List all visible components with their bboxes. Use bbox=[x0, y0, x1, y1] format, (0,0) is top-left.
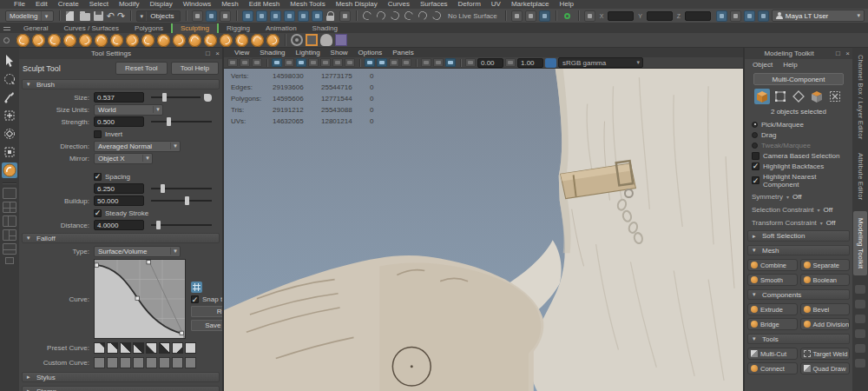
close-panel-icon[interactable]: × bbox=[843, 50, 852, 57]
falloff-section-header[interactable]: ▾ Falloff bbox=[22, 233, 220, 243]
textured-mode-icon[interactable] bbox=[389, 58, 399, 67]
panel-toggle-icon[interactable] bbox=[525, 10, 536, 22]
shelf-tab-general[interactable]: General bbox=[16, 23, 56, 33]
input-line-operations-icon[interactable] bbox=[404, 10, 415, 22]
grab-brush-icon[interactable] bbox=[63, 34, 76, 47]
preset-curve-linear-icon[interactable] bbox=[120, 342, 131, 354]
shelf-options-icon[interactable] bbox=[3, 37, 10, 43]
amplify-brush-icon[interactable] bbox=[266, 34, 279, 47]
shaded-mode-icon[interactable] bbox=[377, 58, 387, 67]
hotbox-icon[interactable] bbox=[744, 10, 755, 22]
mirror-dropdown[interactable]: Object X ▾ bbox=[94, 153, 153, 164]
multi-component-mode-icon[interactable] bbox=[827, 89, 843, 104]
camera-attributes-icon[interactable] bbox=[252, 58, 262, 67]
scrape-brush-icon[interactable] bbox=[188, 34, 201, 47]
three-pane-layout-icon[interactable] bbox=[3, 229, 16, 241]
multi-cut-button[interactable]: Multi-Cut bbox=[747, 348, 798, 360]
size-slider[interactable] bbox=[151, 92, 201, 103]
settings-icon[interactable] bbox=[758, 10, 769, 22]
xray-icon[interactable] bbox=[433, 58, 444, 67]
highlight-nearest-component-checkbox[interactable]: ✓ bbox=[752, 176, 760, 184]
menu-create[interactable]: Create bbox=[53, 0, 84, 9]
fill-brush-icon[interactable] bbox=[204, 34, 217, 47]
grid-options-icon[interactable] bbox=[584, 10, 595, 22]
user-account-menu[interactable]: Maya LT User ▾ bbox=[772, 10, 865, 22]
resolution-gate-icon[interactable] bbox=[296, 58, 306, 67]
tool-shortcut-icon[interactable] bbox=[855, 344, 865, 353]
tool-help-button[interactable]: Tool Help bbox=[171, 62, 219, 75]
safe-action-icon[interactable] bbox=[332, 58, 343, 67]
menu-deform[interactable]: Deform bbox=[453, 0, 486, 9]
target-weld-button[interactable]: Target Weld bbox=[800, 348, 851, 360]
texture-stamp-icon[interactable] bbox=[335, 34, 347, 46]
preset-curve-crater-icon[interactable] bbox=[146, 342, 157, 354]
live-surface-label[interactable]: No Live Surface bbox=[445, 12, 500, 20]
split-pane-layout-icon[interactable] bbox=[3, 243, 16, 255]
custom-layout-icon[interactable] bbox=[5, 257, 14, 264]
lock-camera-icon[interactable] bbox=[240, 58, 250, 67]
custom-curve-slot-icon[interactable] bbox=[146, 357, 157, 368]
wax-brush-icon[interactable] bbox=[173, 34, 186, 47]
close-panel-icon[interactable]: × bbox=[213, 50, 222, 57]
multi-component-button[interactable]: Multi-Component bbox=[753, 73, 844, 85]
snap-to-curves-icon[interactable] bbox=[256, 10, 267, 22]
menu-curves[interactable]: Curves bbox=[383, 0, 415, 9]
mesh-section-header[interactable]: ▾ Mesh bbox=[747, 245, 850, 255]
object-mode-icon[interactable] bbox=[754, 89, 770, 104]
output-operations-icon[interactable] bbox=[376, 10, 387, 22]
tool-shortcut-icon[interactable] bbox=[855, 315, 865, 323]
wireframe-icon[interactable] bbox=[365, 58, 375, 67]
menu-mesh-display[interactable]: Mesh Display bbox=[331, 0, 383, 9]
shelf-tab-sculpting[interactable]: Sculpting bbox=[171, 23, 219, 33]
edge-mode-icon[interactable] bbox=[791, 89, 806, 104]
shelf-tab-curves-surfaces[interactable]: Curves / Surfaces bbox=[56, 23, 127, 33]
imprint-brush-icon[interactable] bbox=[157, 34, 170, 47]
viewport-menu-view[interactable]: View bbox=[229, 49, 254, 56]
four-pane-layout-icon[interactable] bbox=[3, 202, 16, 213]
tool-shortcut-icon[interactable] bbox=[855, 300, 865, 308]
paint-select-tool-icon[interactable] bbox=[2, 89, 17, 105]
size-marking-menu-icon[interactable] bbox=[204, 94, 212, 102]
gate-mask-icon[interactable] bbox=[308, 58, 319, 67]
preset-curve-soft-icon[interactable] bbox=[94, 342, 105, 354]
invert-checkbox[interactable] bbox=[94, 130, 102, 138]
new-scene-icon[interactable] bbox=[65, 10, 76, 22]
channel-box-layer-editor-tab[interactable]: Channel Box / Layer Editor bbox=[853, 48, 867, 146]
menu-mesh-tools[interactable]: Mesh Tools bbox=[285, 0, 330, 9]
rotate-tool-icon[interactable] bbox=[2, 126, 17, 142]
tool-shortcut-icon[interactable] bbox=[855, 329, 865, 338]
direction-dropdown[interactable]: Averaged Normal ▾ bbox=[94, 141, 181, 152]
float-panel-icon[interactable]: □ bbox=[833, 50, 843, 57]
select-hierarchy-icon[interactable] bbox=[192, 10, 203, 22]
shelf-tab-polygons[interactable]: Polygons bbox=[127, 23, 171, 33]
custom-curve-slot-icon[interactable] bbox=[172, 357, 183, 368]
preset-curve-hard-icon[interactable] bbox=[133, 342, 144, 354]
tweak-marquee-radio[interactable] bbox=[752, 142, 758, 149]
steady-stroke-checkbox[interactable]: ✓ bbox=[94, 209, 102, 217]
menu-help[interactable]: Help bbox=[555, 0, 579, 9]
shelf-tab-animation[interactable]: Animation bbox=[258, 23, 305, 33]
brush-section-header[interactable]: ▾ Brush bbox=[22, 79, 220, 89]
preset-curve-medium-icon[interactable] bbox=[107, 342, 118, 354]
bevel-button[interactable]: Bevel bbox=[800, 303, 851, 315]
grid-snap-icon[interactable] bbox=[191, 282, 202, 293]
workspace-layout-icon[interactable] bbox=[716, 10, 727, 22]
sculpt-brush-icon[interactable] bbox=[16, 34, 30, 47]
camera-based-selection-checkbox[interactable] bbox=[752, 152, 760, 160]
shelf-menu-icon[interactable] bbox=[2, 25, 12, 33]
shelf-tab-shading[interactable]: Shading bbox=[305, 23, 345, 33]
float-panel-icon[interactable]: □ bbox=[203, 50, 213, 57]
select-component-icon[interactable] bbox=[220, 10, 231, 22]
custom-curve-slot-icon[interactable] bbox=[159, 357, 170, 368]
y-coordinate-input[interactable] bbox=[647, 11, 673, 21]
modeling-toolkit-toggle-icon[interactable] bbox=[539, 10, 550, 22]
soft-selection-section-header[interactable]: ▸ Soft Selection bbox=[747, 230, 850, 242]
face-mode-icon[interactable] bbox=[809, 89, 825, 104]
mtk-menu-object[interactable]: Object bbox=[748, 61, 777, 69]
viewport-menu-lighting[interactable]: Lighting bbox=[291, 49, 326, 56]
select-camera-icon[interactable] bbox=[227, 58, 238, 67]
make-live-icon[interactable] bbox=[312, 10, 323, 22]
z-coordinate-input[interactable] bbox=[685, 11, 711, 21]
spacing-input[interactable]: 6.250 bbox=[94, 183, 144, 194]
stylus-section-header[interactable]: ▸ Stylus bbox=[22, 372, 220, 382]
